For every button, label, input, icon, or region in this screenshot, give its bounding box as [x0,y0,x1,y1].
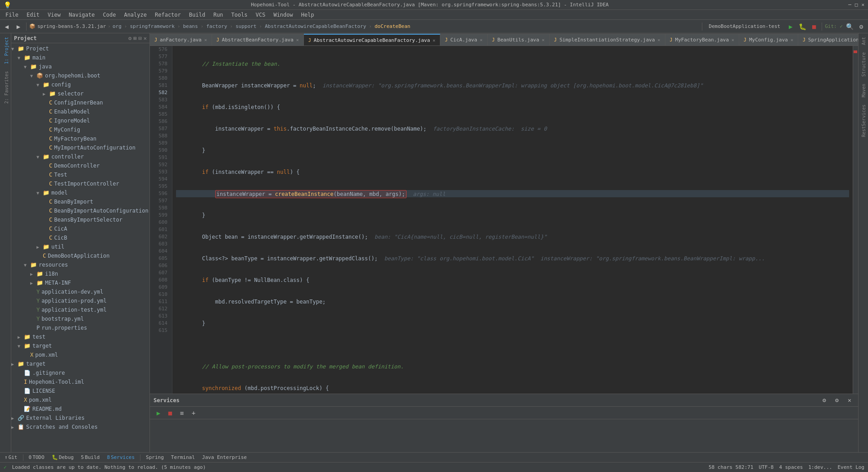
tree-item-testclass[interactable]: ▶ C Test [11,170,149,179]
svc-play-btn[interactable]: ▶ [154,408,163,418]
status-eventlog[interactable]: Event Log [837,464,864,470]
bottom-javaenterprise-btn[interactable]: Java Enterprise [199,454,249,461]
menu-window[interactable]: Window [270,11,296,19]
vtab-restservices[interactable]: RestServices [859,101,868,141]
menu-help[interactable]: Help [298,11,318,19]
tree-item-util[interactable]: ▶ 📁 util [11,242,149,251]
tree-item-main[interactable]: ▼ 📁 main [11,53,149,62]
tab-myconfig[interactable]: J MyConfig.java ✕ [739,34,798,45]
tree-item-pomxml-target[interactable]: ▶ X pom.xml [11,350,149,359]
tree-item-bootstrap[interactable]: ▶ Y bootstrap.yml [11,314,149,323]
bottom-services-btn[interactable]: 8 Services [104,454,138,461]
run-btn[interactable]: ▶ [786,22,796,32]
close-tab-simpleinstantiation[interactable]: ✕ [658,37,660,42]
run-config-dropdown[interactable]: DemoBootApplication-test [705,22,784,32]
bottom-terminal-btn[interactable]: Terminal [168,454,198,461]
tree-item-beansbyimport[interactable]: ▶ C BeanByImport [11,197,149,206]
menu-code[interactable]: Code [99,11,120,19]
menu-view[interactable]: View [44,11,64,19]
tree-item-cicb[interactable]: ▶ C CicB [11,233,149,242]
svc-list-btn[interactable]: ≡ [177,408,187,418]
sidebar-expand-icon[interactable]: ⊞ [133,35,136,41]
tree-item-target-folder[interactable]: ▼ 📁 target [11,341,149,350]
tree-item-cica[interactable]: ▶ C CicA [11,224,149,233]
tree-item-i18n[interactable]: ▶ 📁 i18n [11,269,149,278]
bc-springframework[interactable]: springframework [130,23,174,29]
tab-abstractautowire[interactable]: J AbstractAutowireCapableBeanFactory.jav… [304,34,440,45]
tree-item-testimportcontroller[interactable]: ▶ C TestImportController [11,179,149,188]
tree-item-readme[interactable]: ▶ 📝 README.md [11,404,149,413]
tree-item-pomxml[interactable]: ▶ X pom.xml [11,395,149,404]
tree-item-appprod[interactable]: ▶ Y application-prod.yml [11,296,149,305]
bc-method[interactable]: doCreateBean [375,23,410,29]
close-tab-anfactory[interactable]: ✕ [204,37,207,42]
title-right[interactable]: ─ □ ✕ [848,2,864,8]
code-scroll[interactable]: // Instantiate the bean. BeanWrapper ins… [172,46,853,394]
close-tab-beanutils[interactable]: ✕ [542,37,545,42]
tab-anfactory[interactable]: J anFactory.java ✕ [150,34,212,45]
vtab-ant[interactable]: Ant [859,33,868,49]
tree-item-metainf[interactable]: ▶ 📁 META-INF [11,278,149,287]
bottom-spring-btn[interactable]: Spring [143,454,167,461]
menu-analyze[interactable]: Analyze [120,11,150,19]
tree-item-controller[interactable]: ▼ 📁 controller [11,152,149,161]
tree-item-beanauto[interactable]: ▶ C BeanByImportAutoConfiguration [11,206,149,215]
tree-item-hopehomitool[interactable]: ▶ I Hopehomi-Tool.iml [11,377,149,386]
svc-stop-btn[interactable]: ■ [165,408,175,418]
tab-springapplication[interactable]: J SpringApplication ✕ [798,34,858,45]
tree-item-config[interactable]: ▼ 📁 config [11,80,149,89]
close-button[interactable]: ✕ [861,2,864,8]
tree-item-extlibs[interactable]: ▶ 🔗 External Libraries [11,413,149,422]
close-tab-abstractbeanfactory[interactable]: ✕ [296,37,299,42]
tree-item-scratches[interactable]: ▶ 📋 Scratches and Consoles [11,422,149,431]
status-indent[interactable]: 4 spaces [779,464,803,470]
services-gear-btn[interactable]: ⚙ [832,395,842,405]
svc-add-btn[interactable]: + [189,408,199,418]
tree-item-configinnerbean[interactable]: ▶ C ConfigInnerBean [11,98,149,107]
tree-item-selector[interactable]: ▶ 📁 selector [11,89,149,98]
tree-item-myconfig[interactable]: ▶ C MyConfig [11,125,149,134]
tab-simpleinstantiation[interactable]: J SimpleInstantiationStrategy.java ✕ [550,34,665,45]
tree-item-gitignore[interactable]: ▶ 📄 .gitignore [11,368,149,377]
menu-edit[interactable]: Edit [23,11,43,19]
tree-item-test-folder[interactable]: ▶ 📁 test [11,332,149,341]
close-tab-abstractautowire[interactable]: ✕ [433,38,435,43]
tree-item-enablemodel[interactable]: ▶ C EnableModel [11,107,149,116]
bc-beans[interactable]: beans [183,23,198,29]
vtab-maven[interactable]: Maven [859,80,868,101]
debug-btn[interactable]: 🐛 [797,22,807,32]
tab-cica[interactable]: J CicA.java ✕ [440,34,488,45]
tab-myfactorybean[interactable]: J MyFactoryBean.java ✕ [665,34,739,45]
toolbar-forward[interactable]: ▶ [14,22,23,32]
services-settings-btn[interactable]: ⚙ [819,395,829,405]
close-tab-myconfig[interactable]: ✕ [791,37,793,42]
toolbar-back[interactable]: ◀ [2,22,12,32]
close-tab-myfactorybean[interactable]: ✕ [732,37,734,42]
search-everywhere-btn[interactable]: 🔍 [845,22,854,32]
tree-item-java[interactable]: ▼ 📁 java [11,62,149,71]
vtab-structure[interactable]: Structure [859,49,868,80]
tree-item-apptest[interactable]: ▶ Y application-test.yml [11,305,149,314]
tree-item-license[interactable]: ▶ 📄 LICENSE [11,386,149,395]
tree-item-runprops[interactable]: ▶ P run.properties [11,323,149,332]
status-encoding[interactable]: UTF-8 [759,464,773,470]
vtab-project[interactable]: 1: Project [0,33,11,68]
maximize-button[interactable]: □ [855,2,858,8]
menu-file[interactable]: File [2,11,22,19]
bottom-git-btn[interactable]: ↑ Git [2,454,20,461]
bc-factory[interactable]: factory [206,23,227,29]
tab-abstractbeanfactory[interactable]: J AbstractBeanFactory.java ✕ [212,34,304,45]
sidebar-collapse-icon[interactable]: ⊟ [139,35,142,41]
bc-support[interactable]: support [235,23,256,29]
bottom-debug-btn[interactable]: 🐛 Debug [49,454,77,461]
menu-build[interactable]: Build [185,11,209,19]
menu-navigate[interactable]: Navigate [65,11,99,19]
tree-item-demobootapp[interactable]: ▶ C DemoBootApplication [11,251,149,260]
settings-btn[interactable]: ⚙ [856,22,866,32]
tree-item-project[interactable]: ▼ 📁 Project [11,44,149,53]
status-line-col[interactable]: 58 chars 582:71 [709,464,753,470]
tab-beanutils[interactable]: J BeanUtils.java ✕ [488,34,550,45]
tree-item-beansbyimportselector[interactable]: ▶ C BeansByImportSelector [11,215,149,224]
menu-vcs[interactable]: VCS [252,11,269,19]
menu-tools[interactable]: Tools [228,11,251,19]
